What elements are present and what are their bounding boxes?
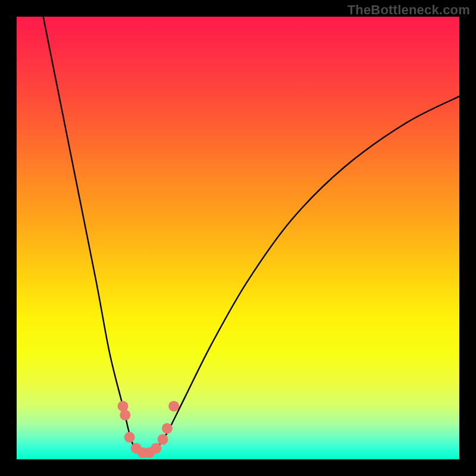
- marker-dot: [158, 434, 168, 445]
- marker-dot: [168, 401, 179, 412]
- marker-dot: [120, 410, 130, 421]
- highlight-points: [118, 401, 180, 458]
- marker-dot: [162, 423, 173, 434]
- plot-area: [17, 17, 459, 459]
- watermark-text: TheBottleneck.com: [347, 2, 470, 18]
- markers-layer: [17, 17, 459, 459]
- marker-dot: [151, 443, 161, 453]
- marker-dot: [124, 432, 135, 443]
- outer-frame: TheBottleneck.com: [0, 0, 476, 476]
